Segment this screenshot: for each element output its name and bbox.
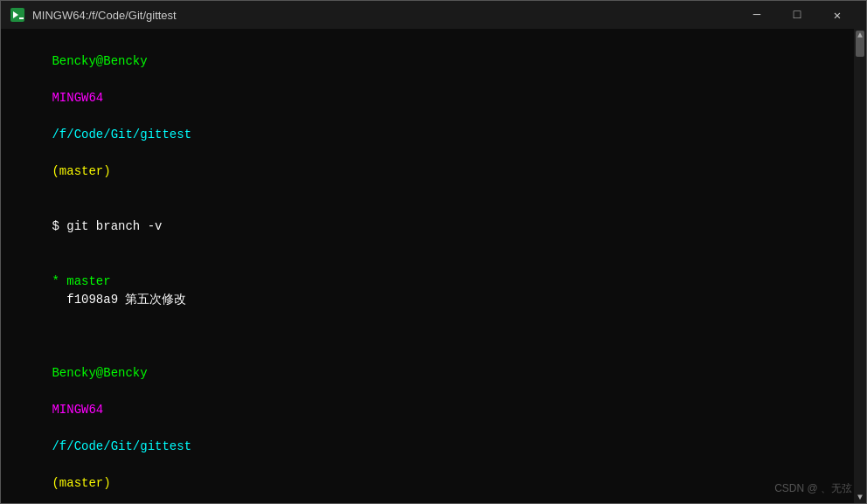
svg-rect-2 [19,17,24,19]
minimize-button[interactable]: ─ [737,1,777,29]
scroll-up-button[interactable]: ▲ [854,29,866,41]
prompt-user: Bencky@Bencky [52,54,147,68]
prompt-env: MINGW64 [52,403,103,417]
watermark: CSDN @ 、无弦 [774,480,852,496]
maximize-button[interactable]: □ [777,1,817,29]
prompt-branch: (master) [52,164,110,178]
close-button[interactable]: ✕ [817,1,857,29]
scroll-down-button[interactable]: ▼ [854,491,866,503]
terminal-line: $ git branch -v [8,199,859,254]
terminal-window: MINGW64:/f/Code/Git/gittest ─ □ ✕ Bencky… [0,0,867,504]
terminal-line: Bencky@Bencky MINGW64 /f/Code/Git/gittes… [8,34,859,199]
prompt-branch: (master) [52,476,110,490]
blank-line [8,328,859,346]
prompt-path: /f/Code/Git/gittest [52,439,191,453]
prompt-env: MINGW64 [52,91,103,105]
window-title: MINGW64:/f/Code/Git/gittest [32,9,737,22]
terminal-line: Bencky@Bencky MINGW64 /f/Code/Git/gittes… [8,346,859,503]
titlebar: MINGW64:/f/Code/Git/gittest ─ □ ✕ [1,1,866,29]
terminal-line: * master f1098a9 第五次修改 [8,254,859,328]
window-controls: ─ □ ✕ [737,1,857,29]
scrollbar[interactable]: ▲ ▼ [854,29,866,503]
terminal-content[interactable]: Bencky@Bencky MINGW64 /f/Code/Git/gittes… [1,29,866,503]
prompt-user: Bencky@Bencky [52,366,147,380]
prompt-path: /f/Code/Git/gittest [52,128,191,142]
terminal-icon [10,7,25,23]
